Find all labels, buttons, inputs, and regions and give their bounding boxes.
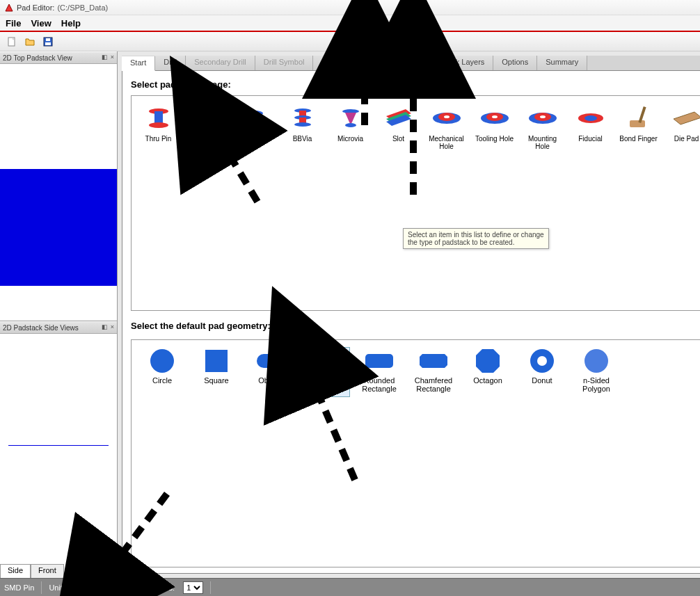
- usage-smd-pin[interactable]: SMD Pin: [184, 103, 229, 154]
- geometry-icon: [418, 348, 449, 373]
- usage-label: Bond Finger: [619, 135, 657, 152]
- geometry-rectangle[interactable]: Rectangle: [300, 347, 350, 397]
- dock-pin-icon[interactable]: ◧: [102, 323, 108, 330]
- status-bar: SMD Pin Units: Mils Decimal places: 1: [0, 578, 700, 596]
- save-file-icon[interactable]: [42, 35, 54, 48]
- usage-die-pad[interactable]: Die Pad: [664, 103, 700, 154]
- menu-file[interactable]: File: [6, 18, 21, 29]
- usage-icon: [142, 104, 175, 132]
- dock-close-icon[interactable]: ×: [111, 323, 114, 330]
- tab-design-layers[interactable]: Design Layers: [367, 56, 433, 70]
- geometry-label: Rectangle: [308, 377, 342, 395]
- units-label: Units:: [49, 583, 68, 592]
- geometry-icon: [201, 348, 232, 373]
- usage-label: Microvia: [337, 135, 363, 152]
- side-tab-side[interactable]: Side: [0, 564, 31, 578]
- svg-marker-40: [420, 354, 447, 368]
- svg-rect-2: [45, 42, 51, 45]
- geometry-label: n-Sided Polygon: [573, 376, 620, 394]
- usage-tooling-hole[interactable]: Tooling Hole: [472, 103, 517, 154]
- usage-label: Via: [249, 135, 259, 152]
- usage-thru-pin[interactable]: Thru Pin: [136, 103, 181, 154]
- geometry-icon: [147, 348, 177, 373]
- svg-rect-36: [205, 350, 228, 372]
- svg-point-17: [345, 123, 356, 127]
- usage-label: Mounting Hole: [521, 135, 564, 152]
- usage-label: Slot: [392, 135, 404, 152]
- usage-label: Mechanical Hole: [425, 135, 468, 152]
- svg-point-10: [246, 120, 263, 126]
- svg-rect-38: [311, 355, 339, 369]
- usage-bond-finger[interactable]: Bond Finger: [616, 103, 661, 154]
- usage-label: Thru Pin: [145, 135, 172, 152]
- geometry-icon: [364, 348, 395, 373]
- geometry-square[interactable]: Square: [191, 347, 241, 396]
- usage-label: BBVia: [293, 135, 312, 152]
- geometry-donut[interactable]: Donut: [517, 347, 567, 396]
- decimals-select[interactable]: 1: [183, 581, 203, 594]
- tab-mask-layers[interactable]: Mask Layers: [433, 56, 493, 70]
- dock-pin-icon[interactable]: ◧: [102, 54, 108, 61]
- usage-mechanical-hole[interactable]: Mechanical Hole: [424, 103, 469, 154]
- side-tab-front[interactable]: Front: [31, 564, 64, 578]
- open-file-icon[interactable]: [24, 35, 36, 48]
- tab-drill-symbol: Drill Symbol: [255, 56, 314, 70]
- main-panel: StartDrillSecondary DrillDrill SymbolDri…: [118, 51, 700, 578]
- geometry-n-sided-polygon[interactable]: n-Sided Polygon: [571, 347, 621, 396]
- svg-point-26: [492, 115, 498, 118]
- tab-drill[interactable]: Drill: [155, 56, 186, 70]
- tab-options[interactable]: Options: [493, 56, 537, 70]
- usage-bbvia[interactable]: BBVia: [280, 103, 325, 154]
- usage-icon: [622, 104, 655, 132]
- side-view-canvas: Side Front: [0, 334, 117, 578]
- svg-rect-37: [257, 354, 285, 368]
- usage-icon: [574, 104, 607, 132]
- usage-microvia[interactable]: Microvia: [328, 103, 373, 154]
- tab-row: StartDrillSecondary DrillDrill SymbolDri…: [122, 56, 700, 71]
- geometry-heading: Select the default pad geometry:: [131, 321, 700, 331]
- usage-via[interactable]: Via: [232, 103, 277, 154]
- dock-title-side: 2D Padstack Side Views: [3, 324, 79, 332]
- usage-icon: [238, 104, 271, 132]
- menu-help[interactable]: Help: [61, 18, 81, 29]
- tab-content: Select padstack usage: Thru PinSMD PinVi…: [122, 71, 700, 574]
- tab-start[interactable]: Start: [122, 56, 155, 71]
- tab-summary[interactable]: Summary: [537, 56, 587, 70]
- geometry-icon: [255, 348, 286, 373]
- dock-close-icon[interactable]: ×: [111, 54, 114, 61]
- geometry-oblong[interactable]: Oblong: [246, 347, 296, 396]
- menu-bar: File View Help: [0, 15, 700, 32]
- geometry-label: Square: [204, 376, 228, 394]
- usage-fiducial[interactable]: Fiducial: [568, 103, 613, 154]
- tab-drill-offset: Drill Offset: [313, 56, 366, 70]
- geometry-rounded-rectangle[interactable]: Rounded Rectangle: [354, 347, 404, 396]
- svg-marker-34: [674, 112, 701, 124]
- usage-mounting-hole[interactable]: Mounting Hole: [520, 103, 565, 154]
- geometry-label: Oblong: [258, 376, 283, 394]
- menu-view[interactable]: View: [31, 18, 51, 29]
- dock-header-top: 2D Top Padstack View ◧×: [0, 51, 117, 64]
- geometry-label: Donut: [532, 376, 552, 394]
- usage-icon: [334, 104, 367, 132]
- geometry-octagon[interactable]: Octagon: [463, 347, 513, 396]
- usage-icon: [286, 104, 319, 132]
- geometry-list-box: CircleSquareOblongRectangleRounded Recta…: [131, 339, 700, 567]
- units-select[interactable]: Mils: [77, 581, 106, 594]
- geometry-circle[interactable]: Circle: [137, 347, 187, 396]
- app-title: Pad Editor:: [17, 3, 54, 12]
- svg-marker-41: [476, 349, 500, 373]
- geometry-icon: [581, 348, 612, 373]
- pad-preview-side: [8, 445, 109, 446]
- usage-tooltip: Select an item in this list to define or…: [403, 228, 549, 249]
- svg-rect-14: [299, 118, 306, 123]
- svg-point-44: [584, 349, 608, 373]
- left-sidebar: 2D Top Padstack View ◧× 2D Padstack Side…: [0, 51, 118, 578]
- usage-label: Die Pad: [674, 135, 699, 152]
- geometry-label: Chamfered Rectangle: [410, 376, 457, 394]
- status-pin-type: SMD Pin: [4, 583, 34, 592]
- new-file-icon[interactable]: [6, 35, 18, 48]
- usage-slot[interactable]: Slot: [376, 103, 421, 154]
- svg-point-43: [537, 356, 547, 366]
- geometry-chamfered-rectangle[interactable]: Chamfered Rectangle: [408, 347, 459, 396]
- usage-label: SMD Pin: [193, 136, 220, 152]
